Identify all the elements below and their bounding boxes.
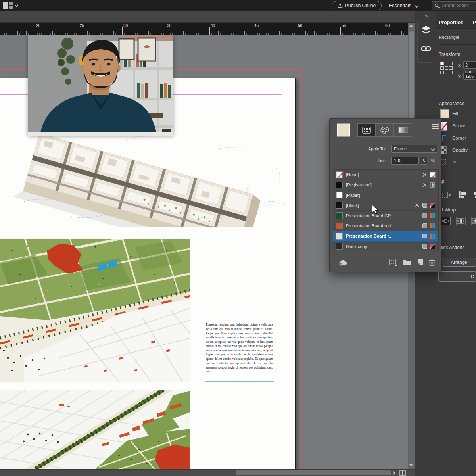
ruler-guide-horizontal-2[interactable] [0, 382, 296, 382]
text-wrap-none-icon[interactable] [441, 217, 451, 225]
spread-view-icon[interactable] [399, 470, 406, 476]
gradient-tab[interactable] [394, 123, 412, 137]
align-distribute-icon[interactable] [442, 190, 451, 199]
search-placeholder: Adobe Stock [442, 3, 469, 8]
swatch-row-presentation-red[interactable]: Presentation Board red [333, 221, 438, 231]
indesign-application-window: Publish Online Essentials Adobe Stock 20… [0, 0, 476, 476]
fx-effects-button[interactable]: fx. [452, 159, 458, 165]
apply-to-dropdown[interactable]: Frame [391, 145, 437, 153]
grayscale-icon [422, 223, 427, 228]
selected-object-type: Rectangle [439, 35, 459, 40]
color-mixer-tab[interactable] [376, 123, 394, 137]
swatch-color-chip [336, 233, 342, 239]
fill-label: Fill [452, 111, 458, 116]
panel-menu-hamburger-icon[interactable] [432, 124, 439, 129]
text-frame[interactable]: Equassim laisclam sam fadenduatl taciam … [205, 322, 274, 382]
properties-panel: Properties P Rectangle Transform X: 2 cm… [436, 11, 476, 476]
swatch-name: Presentation Board r... [346, 234, 419, 238]
text-wrap-object-shape-icon[interactable] [471, 217, 476, 225]
delete-trash-icon[interactable] [429, 259, 435, 266]
isometric-city-model-image[interactable] [12, 126, 313, 227]
grayscale-icon [422, 244, 427, 249]
scroll-up-icon[interactable] [409, 25, 413, 29]
swatch-row-presentation-cream-selected[interactable]: Presentation Board r... [333, 231, 438, 242]
swatch-color-chip [336, 243, 342, 249]
horizontal-scroll-thumb[interactable] [236, 470, 391, 475]
tab-next-partial[interactable]: P [473, 20, 476, 25]
align-center-icon[interactable] [473, 190, 476, 199]
margin-guide-vertical[interactable] [282, 94, 282, 469]
ruler-guide-horizontal-1[interactable] [0, 238, 296, 238]
scroll-right-icon[interactable] [392, 471, 395, 475]
ruler-number: 35 [167, 23, 171, 28]
apply-to-label: Apply To: [353, 146, 386, 151]
horizontal-ruler[interactable]: 20 25 30 35 40 45 50 55 60 [0, 23, 408, 35]
ruler-number: 50 [298, 23, 302, 28]
chevron-down-icon [415, 4, 419, 8]
stroke-link[interactable]: Stroke [452, 123, 465, 128]
aerial-map-image[interactable] [0, 239, 190, 382]
arrange-button[interactable]: Arrange [442, 258, 476, 267]
swatch-name: [Registration] [346, 182, 418, 187]
y-value-field[interactable]: 19.6 [463, 73, 476, 80]
new-group-folder-icon[interactable] [403, 259, 411, 266]
horizontal-scrollbar[interactable] [0, 469, 415, 476]
tint-input[interactable]: 100 [391, 157, 419, 165]
column-guide-vertical[interactable] [194, 78, 194, 469]
mouse-cursor [371, 204, 378, 215]
swatch-row-paper[interactable]: [Paper] [333, 190, 438, 201]
ruler-number: 30 [123, 23, 128, 28]
collapse-panels-icon[interactable]: « [425, 13, 427, 18]
scroll-down-icon[interactable] [409, 463, 413, 466]
opacity-link[interactable]: Opacity [452, 148, 468, 152]
frame-edge-bottom-image-right[interactable] [190, 390, 190, 469]
x-value-field[interactable]: 2 cm [463, 61, 476, 69]
links-icon[interactable] [421, 45, 431, 53]
workspace-switcher[interactable]: Essentials [389, 0, 418, 11]
magnifier-icon [434, 3, 440, 8]
grayscale-icon [422, 203, 427, 208]
swatch-color-chip [336, 172, 342, 178]
swatch-row-registration[interactable]: [Registration] [333, 180, 438, 190]
quick-action-button-partial[interactable]: C [438, 271, 476, 282]
swatch-row-presentation-green[interactable]: Presentation Board GR... [333, 211, 438, 221]
tint-slider-button[interactable] [420, 157, 427, 165]
chevron-right-icon [422, 159, 425, 162]
reference-point-proxy[interactable] [440, 62, 453, 74]
swatch-row-black[interactable]: [Black] [333, 200, 438, 211]
layers-icon[interactable] [421, 25, 431, 35]
swatch-name: Presentation Board GR... [346, 213, 419, 218]
chevron-down-icon[interactable] [15, 3, 19, 7]
swatches-popup-panel: Apply To: Frame Tint: 100 % [None] [329, 118, 441, 272]
swatch-row-black-copy[interactable]: Black copy [333, 242, 438, 252]
corner-icon [441, 134, 447, 142]
adobe-stock-search-input[interactable]: Adobe Stock [432, 1, 476, 10]
chevron-down-icon [431, 147, 435, 151]
apply-to-value: Frame [394, 146, 432, 151]
tab-properties[interactable]: Properties [439, 20, 463, 25]
non-editable-pencil-icon [415, 203, 420, 208]
none-mini-icon [430, 172, 435, 177]
corner-link[interactable]: Corner [452, 136, 466, 140]
text-wrap-bounding-box-icon[interactable] [456, 217, 466, 225]
frame-edge-bottom-image-top[interactable] [0, 390, 190, 390]
fill-swatch[interactable] [440, 109, 449, 118]
swatch-row-none[interactable]: [None] [333, 170, 438, 180]
cc-libraries-cloud-icon[interactable] [338, 259, 349, 267]
publish-online-button[interactable]: Publish Online [332, 1, 382, 10]
tint-label: Tint: [353, 158, 386, 163]
ruler-number: 20 [36, 23, 40, 28]
publish-online-label: Publish Online [345, 3, 376, 8]
current-fill-preview-swatch[interactable] [337, 123, 350, 137]
opacity-icon [441, 146, 447, 154]
swatches-tab[interactable] [357, 123, 376, 137]
swatches-footer-bar [330, 255, 441, 272]
align-left-icon[interactable] [459, 190, 467, 199]
screen-mode-icon[interactable] [3, 2, 13, 9]
new-swatch-icon[interactable] [417, 259, 424, 266]
bleed-guide-vertical[interactable] [300, 69, 301, 469]
image-frame-edge-vertical[interactable] [190, 239, 190, 382]
aerial-map-image-2[interactable] [0, 390, 190, 469]
color-group-grid-icon[interactable] [389, 259, 397, 267]
color-group-icon [430, 213, 435, 218]
